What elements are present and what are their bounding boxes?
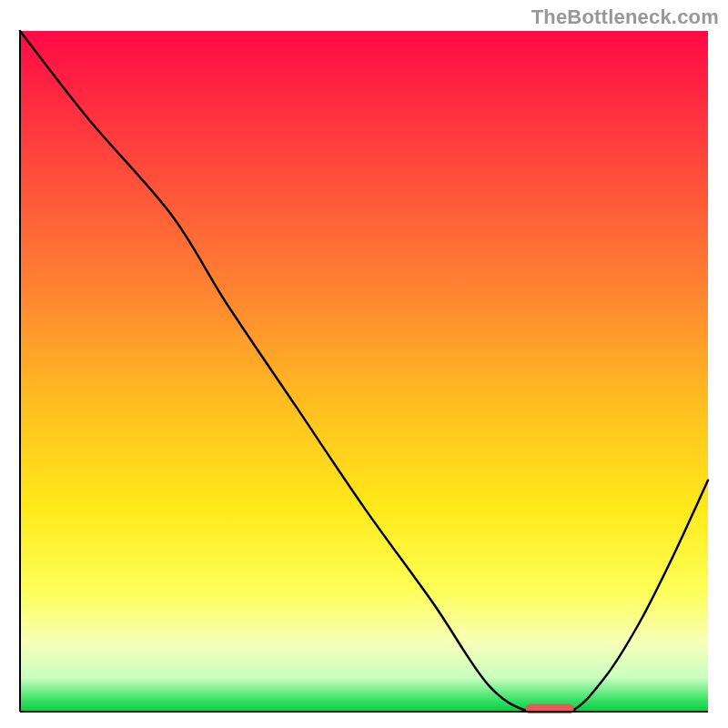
gradient-background bbox=[20, 31, 708, 712]
chart-svg bbox=[18, 29, 710, 713]
chart-canvas bbox=[18, 29, 710, 713]
watermark-text: TheBottleneck.com bbox=[531, 5, 719, 29]
